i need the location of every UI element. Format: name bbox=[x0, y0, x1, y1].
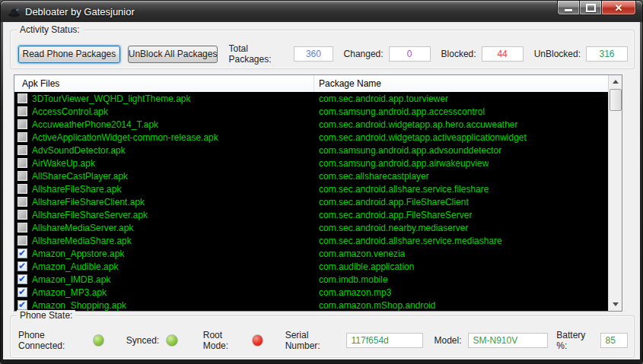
list-item[interactable]: AirWakeUp.apk com.samsung.android.app.ai… bbox=[14, 157, 609, 169]
title-bar[interactable]: Debloater by Gatesjunior ✕ bbox=[1, 1, 642, 22]
read-phone-packages-button[interactable]: Read Phone Packages bbox=[18, 46, 120, 63]
close-button[interactable]: ✕ bbox=[601, 1, 636, 15]
list-item[interactable]: Amazon_IMDB.apk com.imdb.mobile bbox=[14, 273, 609, 286]
total-packages-label: Total Packages: bbox=[228, 43, 288, 65]
vertical-scrollbar[interactable] bbox=[608, 75, 622, 311]
apk-file-name: AccessControl.apk bbox=[32, 106, 314, 117]
changed-counter: Changed: 0 bbox=[344, 46, 431, 62]
unblocked-counter: UnBlocked: 316 bbox=[534, 46, 628, 62]
list-item[interactable]: AllshareFileShare.apk com.sec.android.al… bbox=[14, 182, 609, 195]
battery-value: 85 bbox=[600, 333, 628, 348]
scroll-up-icon bbox=[613, 80, 619, 84]
list-header: Apk Files Package Name bbox=[14, 75, 609, 93]
list-item[interactable]: Amazon_Appstore.apk com.amazon.venezia bbox=[14, 247, 609, 260]
apk-file-name: AirWakeUp.apk bbox=[32, 158, 314, 169]
package-name: com.sec.android.widgetapp.ap.hero.accuwe… bbox=[314, 119, 518, 130]
blocked-counter: Blocked: 44 bbox=[441, 46, 524, 62]
model-field: Model: SM-N910V bbox=[434, 333, 547, 348]
changed-label: Changed: bbox=[344, 49, 384, 59]
minimize-button[interactable] bbox=[557, 1, 580, 15]
row-checkbox[interactable] bbox=[18, 132, 27, 142]
row-checkbox[interactable] bbox=[18, 236, 27, 245]
row-checkbox[interactable] bbox=[18, 300, 27, 310]
list-item[interactable]: AllshareFileShareClient.apk com.sec.andr… bbox=[14, 195, 609, 208]
row-checkbox[interactable] bbox=[18, 274, 27, 284]
row-checkbox[interactable] bbox=[18, 145, 27, 155]
list-item[interactable]: AllshareMediaShare.apk com.sec.android.a… bbox=[14, 234, 609, 247]
column-header-apk-files[interactable]: Apk Files bbox=[14, 75, 314, 92]
apk-file-name: Amazon_Appstore.apk bbox=[32, 248, 314, 259]
synced-led-icon bbox=[166, 334, 178, 347]
apk-file-name: Amazon_IMDB.apk bbox=[32, 274, 314, 285]
unblocked-label: UnBlocked: bbox=[534, 49, 581, 59]
window-title: Debloater by Gatesjunior bbox=[25, 6, 135, 17]
phone-state-legend: Phone State: bbox=[17, 310, 75, 321]
row-checkbox[interactable] bbox=[18, 106, 27, 116]
app-icon bbox=[8, 5, 21, 18]
list-item[interactable]: Amazon_MP3.apk com.amazon.mp3 bbox=[14, 286, 609, 299]
list-item[interactable]: Amazon_Audible.apk com.audible.applicati… bbox=[14, 260, 609, 273]
activity-status-row: Read Phone Packages UnBlock All Packages… bbox=[18, 43, 628, 65]
list-item[interactable]: AllshareFileShareServer.apk com.sec.andr… bbox=[14, 208, 609, 221]
scroll-up-button[interactable] bbox=[609, 75, 622, 88]
close-icon: ✕ bbox=[615, 3, 623, 13]
apk-file-name: AccuweatherPhone2014_T.apk bbox=[32, 119, 314, 130]
package-listview: Apk Files Package Name 3DTourViewer_WQHD… bbox=[14, 74, 622, 312]
package-name: com.sec.allsharecastplayer bbox=[314, 171, 429, 182]
synced-indicator: Synced: bbox=[126, 334, 178, 347]
client-area: Activity Status: Read Phone Packages UnB… bbox=[3, 22, 640, 359]
list-item[interactable]: AdvSoundDetector.apk com.samsung.android… bbox=[14, 144, 609, 157]
list-item[interactable]: 3DTourViewer_WQHD_lightTheme.apk com.sec… bbox=[14, 92, 609, 105]
package-list-body: 3DTourViewer_WQHD_lightTheme.apk com.sec… bbox=[14, 92, 609, 311]
root-mode-label: Root Mode: bbox=[203, 330, 245, 351]
apk-file-name: Amazon_Audible.apk bbox=[32, 261, 314, 272]
column-header-package-name[interactable]: Package Name bbox=[314, 75, 609, 92]
package-name: com.sec.android.nearby.mediaserver bbox=[314, 223, 469, 233]
package-name: com.samsung.android.app.advsounddetector bbox=[314, 145, 501, 156]
phone-connected-indicator: Phone Connected: bbox=[18, 330, 104, 351]
package-name: com.sec.android.widgetapp.activeapplicat… bbox=[314, 132, 527, 143]
apk-file-name: AllshareFileShare.apk bbox=[32, 184, 314, 195]
row-checkbox[interactable] bbox=[18, 223, 27, 233]
package-name: com.sec.android.allshare.service.mediash… bbox=[314, 236, 502, 246]
row-checkbox[interactable] bbox=[18, 171, 27, 181]
root-mode-indicator: Root Mode: bbox=[203, 330, 263, 351]
apk-file-name: Amazon_Shopping.apk bbox=[32, 300, 314, 311]
apk-file-name: AllshareFileShareClient.apk bbox=[32, 197, 314, 207]
row-checkbox[interactable] bbox=[18, 210, 27, 220]
total-packages-counter: Total Packages: 360 bbox=[228, 43, 333, 65]
package-name: com.sec.android.app.tourviewer bbox=[314, 93, 448, 104]
package-name: com.sec.android.app.FileShareServer bbox=[314, 210, 472, 220]
row-checkbox[interactable] bbox=[18, 261, 27, 271]
maximize-button[interactable] bbox=[580, 1, 601, 15]
serial-number-value: 117f654d bbox=[346, 333, 423, 348]
list-item[interactable]: Amazon_Shopping.apk com.amazon.mShop.and… bbox=[14, 299, 609, 311]
row-checkbox[interactable] bbox=[18, 158, 27, 168]
row-checkbox[interactable] bbox=[18, 287, 27, 297]
list-item[interactable]: ActiveApplicationWidget-common-release.a… bbox=[14, 131, 609, 144]
row-checkbox[interactable] bbox=[18, 248, 27, 258]
row-checkbox[interactable] bbox=[18, 184, 27, 194]
scrollbar-thumb[interactable] bbox=[610, 89, 622, 111]
battery-label: Battery %: bbox=[556, 330, 594, 351]
phone-state-group: Phone State: Phone Connected: Synced: Ro… bbox=[10, 315, 635, 358]
list-item[interactable]: AllshareMediaServer.apk com.sec.android.… bbox=[14, 221, 609, 234]
row-checkbox[interactable] bbox=[18, 119, 27, 129]
package-name: com.samsung.android.app.airwakeupview bbox=[314, 158, 489, 169]
root-mode-led-icon bbox=[252, 334, 263, 347]
phone-connected-label: Phone Connected: bbox=[18, 330, 86, 351]
list-item[interactable]: AllShareCastPlayer.apk com.sec.allsharec… bbox=[14, 169, 609, 182]
model-value: SM-N910V bbox=[468, 333, 548, 348]
app-window: Debloater by Gatesjunior ✕ Activity Stat… bbox=[0, 0, 643, 364]
list-item[interactable]: AccuweatherPhone2014_T.apk com.sec.andro… bbox=[14, 118, 609, 131]
apk-file-name: AdvSoundDetector.apk bbox=[32, 145, 314, 156]
row-checkbox[interactable] bbox=[18, 197, 27, 207]
list-item[interactable]: AccessControl.apk com.samsung.android.ap… bbox=[14, 105, 609, 118]
scroll-down-button[interactable] bbox=[609, 298, 622, 311]
battery-field: Battery %: 85 bbox=[556, 330, 628, 351]
serial-number-label: Serial Number: bbox=[285, 330, 340, 351]
apk-file-name: Amazon_MP3.apk bbox=[32, 287, 314, 298]
unblock-all-packages-button[interactable]: UnBlock All Packages bbox=[128, 46, 218, 63]
row-checkbox[interactable] bbox=[18, 93, 27, 103]
unblocked-value: 316 bbox=[586, 46, 628, 62]
